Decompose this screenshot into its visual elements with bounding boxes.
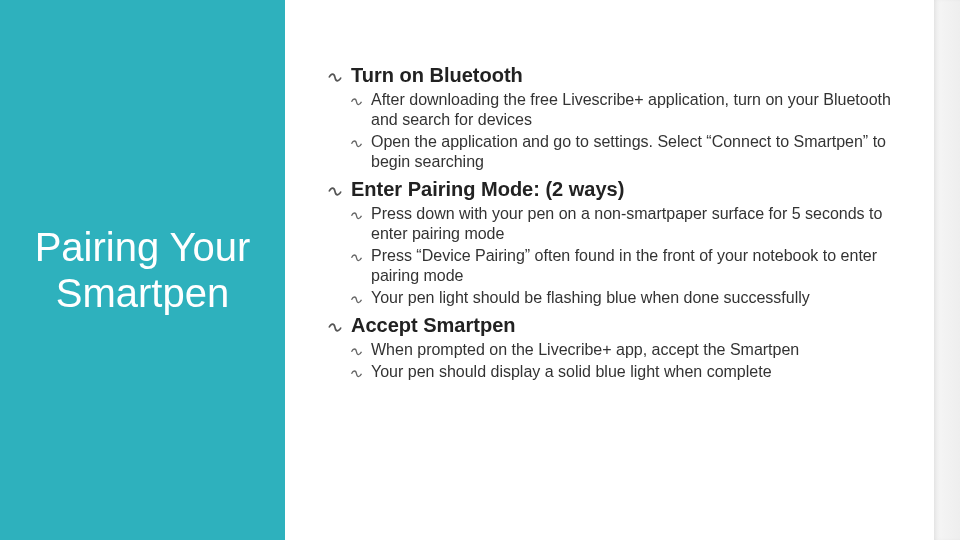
sub-bullet-icon	[347, 132, 365, 152]
list-item: Your pen should display a solid blue lig…	[347, 362, 912, 382]
sub-bullet-icon	[347, 90, 365, 110]
list-item-text: Press “Device Pairing” often found in th…	[371, 246, 912, 286]
list-item: After downloading the free Livescribe+ a…	[347, 90, 912, 130]
slide-title: Pairing Your Smartpen	[8, 224, 277, 316]
bullet-icon	[325, 178, 345, 202]
sub-bullet-icon	[347, 246, 365, 266]
bullet-icon	[325, 64, 345, 88]
bullet-icon	[325, 314, 345, 338]
section-accept: Accept Smartpen When prompted on the Liv…	[325, 314, 912, 382]
heading-accept: Accept Smartpen	[325, 314, 912, 338]
list-item: Press “Device Pairing” often found in th…	[347, 246, 912, 286]
slide: Pairing Your Smartpen Turn on Bluetooth …	[0, 0, 960, 540]
list-item: Open the application and go to settings.…	[347, 132, 912, 172]
sub-bullet-icon	[347, 340, 365, 360]
sub-bullet-icon	[347, 204, 365, 224]
list-item: Your pen light should be flashing blue w…	[347, 288, 912, 308]
list-item-text: When prompted on the Livecribe+ app, acc…	[371, 340, 799, 360]
heading-bluetooth: Turn on Bluetooth	[325, 64, 912, 88]
list-item-text: Your pen should display a solid blue lig…	[371, 362, 772, 382]
list-item-text: Press down with your pen on a non-smartp…	[371, 204, 912, 244]
sub-bullet-icon	[347, 288, 365, 308]
heading-text: Enter Pairing Mode: (2 ways)	[351, 178, 624, 201]
list-item-text: Open the application and go to settings.…	[371, 132, 912, 172]
right-shadow-strip	[934, 0, 960, 540]
heading-pairing: Enter Pairing Mode: (2 ways)	[325, 178, 912, 202]
heading-text: Turn on Bluetooth	[351, 64, 523, 87]
title-panel: Pairing Your Smartpen	[0, 0, 285, 540]
heading-text: Accept Smartpen	[351, 314, 516, 337]
sub-bullet-icon	[347, 362, 365, 382]
content-panel: Turn on Bluetooth After downloading the …	[285, 0, 960, 540]
list-item: When prompted on the Livecribe+ app, acc…	[347, 340, 912, 360]
list-item-text: After downloading the free Livescribe+ a…	[371, 90, 912, 130]
section-pairing: Enter Pairing Mode: (2 ways) Press down …	[325, 178, 912, 308]
list-item: Press down with your pen on a non-smartp…	[347, 204, 912, 244]
section-bluetooth: Turn on Bluetooth After downloading the …	[325, 64, 912, 172]
list-item-text: Your pen light should be flashing blue w…	[371, 288, 810, 308]
